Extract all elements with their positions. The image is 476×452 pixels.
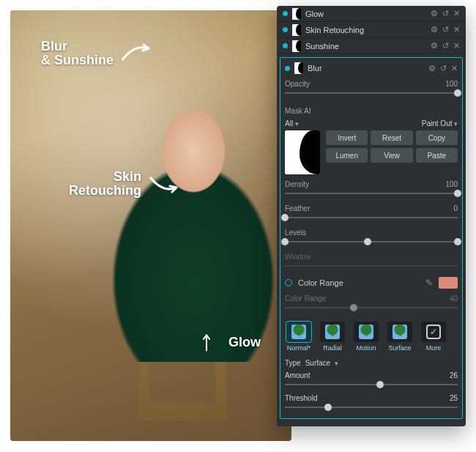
visibility-dot-icon[interactable] bbox=[285, 66, 290, 71]
type-label: Type bbox=[285, 359, 301, 367]
blend-label: More bbox=[426, 344, 442, 352]
arrow-icon bbox=[147, 173, 179, 195]
blend-label: Radial bbox=[323, 344, 342, 352]
undo-icon[interactable]: ↺ bbox=[442, 9, 449, 18]
blend-label: Motion bbox=[356, 344, 376, 352]
arrow-icon bbox=[119, 42, 152, 64]
view-button[interactable]: View bbox=[371, 148, 412, 163]
filter-label: Skin Retouching bbox=[305, 26, 426, 34]
gear-icon[interactable]: ⚙ bbox=[428, 64, 436, 73]
close-icon[interactable]: ✕ bbox=[451, 64, 458, 73]
tree-icon bbox=[359, 325, 373, 339]
filter-row-skin-retouching[interactable]: Skin Retouching ⚙ ↺ ✕ bbox=[277, 22, 466, 38]
close-icon[interactable]: ✕ bbox=[453, 9, 460, 18]
annotation-skin-retouching: Skin Retouching bbox=[69, 170, 179, 198]
gear-icon[interactable]: ⚙ bbox=[431, 25, 438, 34]
amount-slider[interactable] bbox=[285, 379, 458, 390]
close-icon[interactable]: ✕ bbox=[453, 41, 460, 51]
gear-icon[interactable]: ⚙ bbox=[431, 41, 438, 51]
paste-button[interactable]: Paste bbox=[416, 148, 458, 163]
undo-icon[interactable]: ↺ bbox=[442, 25, 449, 34]
color-range-slider[interactable] bbox=[285, 303, 458, 313]
filter-label: Blur bbox=[308, 64, 424, 73]
blend-label: Surface bbox=[388, 344, 411, 352]
blend-surface[interactable]: Surface bbox=[386, 322, 414, 352]
filter-row-sunshine[interactable]: Sunshine ⚙ ↺ ✕ bbox=[277, 38, 466, 54]
tree-icon bbox=[325, 325, 340, 339]
annotation-label: Blur & Sunshine bbox=[41, 40, 114, 67]
annotation-blur-sunshine: Blur & Sunshine bbox=[41, 40, 152, 67]
threshold-value: 25 bbox=[450, 394, 458, 402]
undo-icon[interactable]: ↺ bbox=[440, 64, 447, 73]
density-label: Density bbox=[285, 180, 309, 188]
density-slider[interactable] bbox=[285, 188, 458, 199]
blend-mode-row: Normal* Radial Motion Surface ✓ More bbox=[285, 322, 458, 352]
levels-slider[interactable] bbox=[285, 237, 458, 247]
blend-radial[interactable]: Radial bbox=[319, 322, 346, 352]
feather-value: 0 bbox=[453, 204, 458, 212]
mask-thumb-icon bbox=[292, 8, 301, 20]
type-value: Surface bbox=[305, 359, 330, 367]
color-range-toggle-label: Color Range bbox=[298, 278, 343, 287]
visibility-dot-icon[interactable] bbox=[283, 43, 288, 48]
feather-slider[interactable] bbox=[285, 212, 458, 223]
density-value: 100 bbox=[445, 180, 458, 188]
tree-icon bbox=[291, 325, 306, 339]
mask-thumb-icon bbox=[292, 40, 301, 52]
threshold-slider[interactable] bbox=[285, 402, 458, 412]
color-range-radio[interactable] bbox=[285, 279, 292, 286]
mask-preview[interactable] bbox=[285, 130, 320, 174]
edited-photo: Blur & Sunshine Skin Retouching Glow bbox=[10, 10, 291, 441]
filter-row-glow[interactable]: Glow ⚙ ↺ ✕ bbox=[277, 6, 466, 22]
blend-normal[interactable]: Normal* bbox=[285, 322, 313, 352]
opacity-slider[interactable] bbox=[285, 88, 458, 98]
more-icon: ✓ bbox=[426, 325, 441, 339]
threshold-label: Threshold bbox=[285, 394, 317, 402]
window-slider bbox=[285, 261, 458, 271]
copy-button[interactable]: Copy bbox=[416, 130, 458, 145]
filter-label: Glow bbox=[305, 10, 426, 18]
visibility-dot-icon[interactable] bbox=[283, 27, 288, 32]
color-swatch[interactable] bbox=[439, 277, 458, 289]
eyedropper-icon[interactable]: ✎ bbox=[425, 278, 433, 288]
mask-thumb-icon bbox=[294, 62, 303, 74]
feather-label: Feather bbox=[285, 204, 310, 212]
mask-paint-dropdown[interactable]: Paint Out bbox=[422, 119, 458, 127]
color-range-value: 40 bbox=[450, 294, 458, 303]
levels-label: Levels bbox=[285, 229, 306, 237]
mask-thumb-icon bbox=[292, 24, 301, 36]
opacity-value: 100 bbox=[445, 80, 458, 88]
mask-ai-label: Mask AI bbox=[285, 107, 311, 115]
arrow-icon bbox=[190, 331, 223, 353]
opacity-label: Opacity bbox=[285, 80, 310, 88]
annotation-glow: Glow bbox=[190, 331, 261, 353]
undo-icon[interactable]: ↺ bbox=[442, 41, 449, 51]
gear-icon[interactable]: ⚙ bbox=[431, 9, 438, 18]
chevron-down-icon[interactable]: ▾ bbox=[335, 360, 338, 367]
blend-more[interactable]: ✓ More bbox=[420, 322, 447, 352]
tree-icon bbox=[393, 325, 407, 339]
annotation-label: Glow bbox=[228, 336, 261, 349]
lumen-button[interactable]: Lumen bbox=[326, 148, 368, 163]
blend-label: Normal* bbox=[287, 344, 311, 352]
filter-label: Sunshine bbox=[305, 42, 426, 51]
close-icon[interactable]: ✕ bbox=[453, 25, 460, 34]
invert-button[interactable]: Invert bbox=[326, 130, 368, 145]
amount-label: Amount bbox=[285, 371, 310, 379]
window-label: Window bbox=[285, 253, 311, 261]
color-range-label: Color Range bbox=[285, 294, 326, 303]
annotation-label: Skin Retouching bbox=[69, 170, 141, 198]
filters-panel: Glow ⚙ ↺ ✕ Skin Retouching ⚙ ↺ ✕ Sunshin… bbox=[277, 6, 466, 426]
amount-value: 26 bbox=[450, 371, 458, 379]
blend-motion[interactable]: Motion bbox=[352, 322, 380, 352]
reset-button[interactable]: Reset bbox=[371, 130, 412, 145]
filter-expanded-blur: Blur ⚙ ↺ ✕ Opacity 100 Mask AI All Paint… bbox=[280, 57, 463, 419]
visibility-dot-icon[interactable] bbox=[283, 11, 288, 16]
mask-mode-dropdown[interactable]: All bbox=[285, 119, 299, 127]
photo-subject bbox=[105, 69, 281, 362]
